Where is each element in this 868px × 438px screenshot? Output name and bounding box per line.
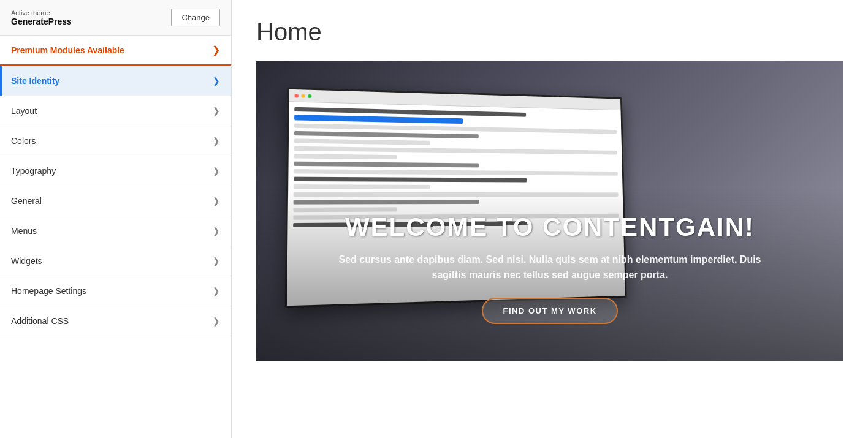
chevron-icon: ❯ [213, 286, 220, 296]
change-theme-button[interactable]: Change [171, 9, 220, 26]
chevron-icon: ❯ [213, 256, 220, 266]
active-theme-info: Active theme GeneratePress [11, 9, 72, 26]
sidebar-item-additional-css[interactable]: Additional CSS ❯ [0, 306, 231, 336]
screen-line [294, 162, 479, 168]
chevron-icon: ❯ [213, 196, 220, 206]
screen-line [294, 177, 527, 183]
chevron-icon: ❯ [213, 106, 220, 116]
sidebar-item-colors[interactable]: Colors ❯ [0, 126, 231, 156]
page-title: Home [256, 18, 843, 46]
hero-cta: FIND OUT MY WORK [293, 298, 807, 324]
screen-line [294, 146, 617, 155]
sidebar-item-menus[interactable]: Menus ❯ [0, 216, 231, 246]
sidebar-item-label: Widgets [11, 256, 42, 266]
active-theme-label: Active theme [11, 9, 72, 17]
sidebar-item-typography[interactable]: Typography ❯ [0, 156, 231, 186]
screen-line [294, 138, 430, 145]
hero-overlay: WELCOME TO CONTENTGAIN! Sed cursus ante … [256, 188, 843, 361]
premium-chevron-icon: ❯ [212, 44, 220, 56]
chevron-icon: ❯ [213, 76, 220, 86]
browser-dot-green [308, 94, 311, 97]
sidebar-item-widgets[interactable]: Widgets ❯ [0, 246, 231, 276]
sidebar-item-label: Layout [11, 106, 37, 116]
chevron-icon: ❯ [213, 136, 220, 146]
sidebar-item-label: Additional CSS [11, 316, 69, 326]
sidebar: Active theme GeneratePress Change Premiu… [0, 0, 232, 438]
sidebar-item-layout[interactable]: Layout ❯ [0, 96, 231, 126]
screen-line [294, 169, 617, 176]
sidebar-item-label: General [11, 196, 42, 206]
sidebar-item-label: Homepage Settings [11, 286, 86, 296]
sidebar-item-general[interactable]: General ❯ [0, 186, 231, 216]
premium-modules-banner[interactable]: Premium Modules Available ❯ [0, 36, 231, 66]
chevron-icon: ❯ [213, 166, 220, 176]
premium-banner-text: Premium Modules Available [11, 45, 124, 55]
sidebar-items-list: Site Identity ❯ Layout ❯ Colors ❯ Typogr… [0, 66, 231, 336]
find-out-my-work-button[interactable]: FIND OUT MY WORK [482, 298, 617, 324]
browser-dot-yellow [301, 94, 305, 97]
chevron-icon: ❯ [213, 316, 220, 326]
hero-headline: WELCOME TO CONTENTGAIN! [293, 213, 807, 242]
hero-section: WELCOME TO CONTENTGAIN! Sed cursus ante … [256, 61, 843, 361]
browser-dot-red [294, 94, 299, 97]
active-theme-bar: Active theme GeneratePress Change [0, 0, 231, 36]
sidebar-item-label: Site Identity [11, 76, 59, 86]
chevron-icon: ❯ [213, 226, 220, 236]
sidebar-item-label: Typography [11, 166, 56, 176]
sidebar-item-site-identity[interactable]: Site Identity ❯ [0, 66, 231, 96]
sidebar-item-homepage-settings[interactable]: Homepage Settings ❯ [0, 276, 231, 306]
active-theme-name: GeneratePress [11, 17, 72, 26]
hero-subtext: Sed cursus ante dapibus diam. Sed nisi. … [335, 252, 764, 283]
main-content: Home [232, 0, 868, 438]
screen-line [294, 131, 479, 138]
screen-line [294, 115, 463, 124]
sidebar-item-label: Colors [11, 136, 36, 146]
screen-line [294, 154, 397, 159]
sidebar-item-label: Menus [11, 226, 37, 236]
